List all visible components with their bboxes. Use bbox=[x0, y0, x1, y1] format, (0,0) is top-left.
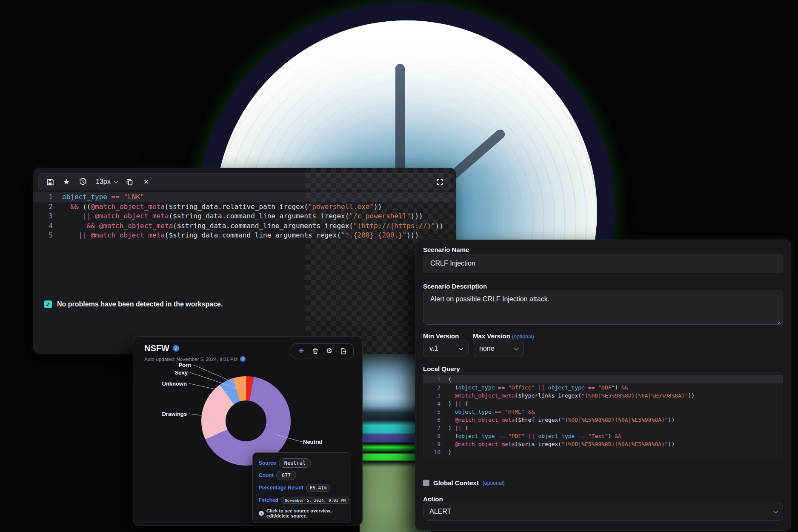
delete-icon[interactable] bbox=[312, 347, 319, 355]
slice-label-unknown: Unknown bbox=[162, 380, 187, 387]
tooltip-label: Fetched bbox=[259, 497, 278, 503]
info-icon[interactable]: i bbox=[173, 345, 179, 352]
add-source-button[interactable]: + bbox=[297, 347, 305, 355]
font-size-dropdown[interactable]: 13px bbox=[96, 178, 117, 186]
tooltip-footer-text: Click to see source overview, edit/delet… bbox=[266, 508, 346, 518]
copy-icon[interactable] bbox=[126, 178, 134, 186]
save-icon[interactable] bbox=[46, 178, 54, 186]
chevron-down-icon bbox=[514, 345, 519, 350]
local-query-label: Local Query bbox=[423, 365, 460, 372]
widget-title: NSFW bbox=[144, 343, 169, 353]
tooltip-value: 677 bbox=[276, 471, 297, 480]
chevron-down-icon bbox=[459, 345, 463, 350]
workspace-status-row: ✓ No problems have been detected in the … bbox=[44, 300, 223, 308]
fullscreen-icon[interactable] bbox=[436, 178, 443, 186]
global-context-checkbox[interactable] bbox=[423, 480, 429, 486]
tooltip-label: Percentage Result bbox=[259, 485, 303, 491]
info-icon[interactable]: i bbox=[240, 356, 246, 362]
tooltip-row: Count 677 bbox=[259, 470, 346, 481]
nsfw-chart-widget: NSFW i Auto-updated: November 5, 2024, 9… bbox=[133, 336, 363, 526]
global-context-optional-tag: (optional) bbox=[483, 480, 505, 486]
scenario-description-label: Scenario Description bbox=[423, 283, 487, 290]
max-version-label: Max Version (optional) bbox=[473, 332, 534, 340]
slice-label-neutral: Neutral bbox=[303, 439, 322, 445]
editor-toolbar: ★ 13px ✕ bbox=[38, 173, 451, 190]
scenario-form-panel: Scenario Name Scenario Description Alert… bbox=[415, 240, 791, 531]
close-icon[interactable]: ✕ bbox=[143, 178, 150, 186]
max-version-optional-tag: (optional) bbox=[512, 334, 534, 340]
scenario-name-label: Scenario Name bbox=[423, 246, 469, 253]
min-version-select[interactable]: v.1 bbox=[423, 340, 469, 357]
divider bbox=[33, 294, 456, 294]
status-checkbox[interactable]: ✓ bbox=[44, 300, 52, 308]
status-message: No problems have been detected in the wo… bbox=[57, 300, 223, 308]
code-editor[interactable]: 1object_type == "LNK"2 && ((@match_objec… bbox=[33, 192, 456, 240]
tooltip-footer: i Click to see source overview, edit/del… bbox=[259, 508, 346, 518]
tooltip-value: Neutral bbox=[279, 458, 312, 468]
min-version-label: Min Version bbox=[423, 332, 459, 340]
history-icon[interactable] bbox=[79, 178, 87, 186]
chevron-down-icon bbox=[113, 179, 118, 183]
action-select[interactable]: ALERT bbox=[423, 503, 783, 521]
chevron-down-icon bbox=[773, 509, 778, 513]
font-size-value: 13px bbox=[96, 178, 111, 186]
tooltip-row: Percentage Result 65.41% bbox=[259, 482, 346, 493]
tooltip-value: November 5, 2024, 9:01 PM bbox=[281, 497, 349, 504]
tooltip-row: Fetched November 5, 2024, 9:01 PM bbox=[259, 495, 346, 506]
settings-gear-icon[interactable]: ⚙ bbox=[326, 347, 333, 355]
tooltip-label: Source bbox=[259, 460, 276, 466]
min-version-value: v.1 bbox=[429, 345, 438, 352]
global-context-row: Global Context (optional) bbox=[423, 479, 505, 486]
screenshot-stage: ★ 13px ✕ bbox=[0, 0, 798, 532]
auto-updated-text: Auto-updated: November 5, 2024, 9:01 PM bbox=[144, 357, 237, 362]
slice-label-drawings: Drawings bbox=[162, 411, 187, 417]
local-query-editor[interactable]: 1(2 (object_type == "Office" || object_t… bbox=[423, 372, 783, 458]
global-context-label: Global Context bbox=[433, 479, 479, 486]
nsfw-header: NSFW i Auto-updated: November 5, 2024, 9… bbox=[144, 343, 354, 362]
scenario-name-input[interactable] bbox=[423, 254, 783, 273]
tooltip-label: Count bbox=[259, 472, 274, 478]
max-version-select[interactable]: none bbox=[473, 340, 524, 357]
nsfw-header-left: NSFW i Auto-updated: November 5, 2024, 9… bbox=[144, 343, 246, 362]
tooltip-value: 65.41% bbox=[306, 484, 331, 492]
resize-grip-icon[interactable] bbox=[778, 322, 781, 326]
widget-action-buttons: + ⚙ bbox=[291, 343, 354, 358]
action-label: Action bbox=[423, 495, 443, 503]
scenario-description-textarea[interactable]: Alert on possible CRLF Injection attack. bbox=[423, 290, 783, 325]
max-version-value: none bbox=[479, 345, 495, 352]
slice-tooltip[interactable]: Source Neutral Count 677 Percentage Resu… bbox=[252, 452, 351, 523]
export-icon[interactable] bbox=[340, 347, 347, 355]
favorite-star-icon[interactable]: ★ bbox=[63, 178, 70, 186]
query-editor-panel: ★ 13px ✕ bbox=[33, 168, 456, 354]
action-value: ALERT bbox=[429, 508, 451, 515]
slice-label-porn: Porn bbox=[178, 362, 191, 368]
tooltip-row: Source Neutral bbox=[259, 458, 346, 469]
slice-label-sexy: Sexy bbox=[175, 369, 188, 376]
info-icon: i bbox=[259, 511, 264, 516]
